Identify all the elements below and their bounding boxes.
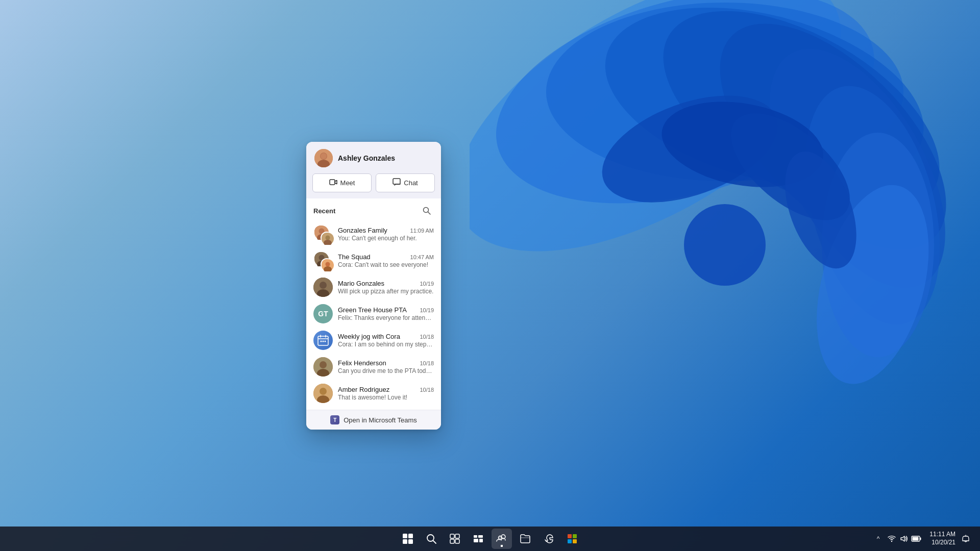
chat-item-amber-rodriguez[interactable]: Amber Rodriguez 10/18 That is awesome! L… <box>313 380 434 407</box>
file-explorer-button[interactable] <box>515 529 535 549</box>
recent-header: Recent <box>313 204 434 218</box>
recent-section: Recent <box>306 198 441 410</box>
svg-rect-69 <box>573 534 577 538</box>
chat-time: 10/18 <box>420 334 434 340</box>
svg-point-42 <box>321 341 322 342</box>
tray-icons <box>887 534 921 544</box>
taskbar-center <box>398 529 582 549</box>
svg-rect-71 <box>573 539 577 543</box>
open-teams-label: Open in Microsoft Teams <box>344 416 417 424</box>
chat-preview: Can you drive me to the PTA today? <box>338 367 434 374</box>
desktop: Ashley Gonzales Meet <box>0 0 980 551</box>
sound-icon[interactable] <box>899 534 909 544</box>
wifi-icon[interactable] <box>887 534 897 544</box>
teams-chat-button[interactable] <box>492 529 512 549</box>
chat-time: 10/19 <box>420 281 434 287</box>
search-button[interactable] <box>421 529 442 549</box>
svg-rect-54 <box>408 539 413 544</box>
svg-rect-64 <box>479 539 483 542</box>
chat-name: Gonzales Family <box>338 227 387 234</box>
chat-name: The Squad <box>338 253 371 261</box>
system-tray-overflow[interactable]: ^ <box>874 533 883 544</box>
task-view-button[interactable] <box>445 529 465 549</box>
svg-rect-60 <box>455 539 459 543</box>
chat-info-amber-rodriguez: Amber Rodriguez 10/18 That is awesome! L… <box>338 386 434 401</box>
avatar-mario-gonzales <box>313 278 333 297</box>
clock-time: 11:11 AM <box>929 531 955 539</box>
search-button[interactable] <box>420 204 434 218</box>
desktop-wallpaper <box>470 0 980 520</box>
chat-time: 10:47 AM <box>410 254 434 260</box>
svg-rect-61 <box>474 535 477 538</box>
battery-icon[interactable] <box>911 534 921 544</box>
notification-area[interactable] <box>960 534 972 544</box>
chat-preview: That is awesome! Love it! <box>338 394 434 401</box>
chat-info-weekly-jog: Weekly jog with Cora 10/18 Cora: I am so… <box>338 333 434 348</box>
store-button[interactable] <box>562 529 582 549</box>
chat-time: 10/18 <box>420 360 434 366</box>
avatar-the-squad <box>313 251 333 270</box>
taskbar: ^ <box>0 527 980 551</box>
open-teams-footer[interactable]: T Open in Microsoft Teams <box>306 410 441 430</box>
avatar-weekly-jog <box>313 331 333 350</box>
chat-info-gonzales-family: Gonzales Family 11:09 AM You: Can't get … <box>338 227 434 242</box>
chat-preview: Cora: Can't wait to see everyone! <box>338 261 434 268</box>
clock[interactable]: 11:11 AM 10/20/21 <box>929 531 955 546</box>
chat-preview: You: Can't get enough of her. <box>338 235 434 242</box>
user-name: Ashley Gonzales <box>338 154 395 162</box>
svg-rect-58 <box>455 534 459 538</box>
svg-rect-75 <box>913 537 919 541</box>
chat-preview: Will pick up pizza after my practice. <box>338 288 434 295</box>
chat-time: 10/18 <box>420 387 434 393</box>
chat-item-weekly-jog[interactable]: Weekly jog with Cora 10/18 Cora: I am so… <box>313 327 434 354</box>
avatar-green-tree-house-pta: GT <box>313 304 333 323</box>
svg-point-66 <box>499 536 502 540</box>
chat-info-mario-gonzales: Mario Gonzales 10/19 Will pick up pizza … <box>338 280 434 295</box>
chat-name: Weekly jog with Cora <box>338 333 400 340</box>
svg-point-27 <box>326 236 330 240</box>
svg-point-44 <box>325 341 326 342</box>
chat-button[interactable]: Chat <box>376 173 435 192</box>
recent-label: Recent <box>313 207 335 215</box>
chat-item-felix-henderson[interactable]: Felix Henderson 10/18 Can you drive me t… <box>313 354 434 380</box>
start-button[interactable] <box>398 529 418 549</box>
svg-rect-74 <box>920 538 921 540</box>
popup-header: Ashley Gonzales <box>306 142 441 173</box>
chat-item-gonzales-family[interactable]: Gonzales Family 11:09 AM You: Can't get … <box>313 221 434 247</box>
active-dot <box>501 545 503 547</box>
edge-button[interactable] <box>538 529 559 549</box>
svg-line-22 <box>428 212 431 215</box>
chat-time: 10/19 <box>420 307 434 313</box>
meet-button[interactable]: Meet <box>312 173 372 192</box>
svg-line-56 <box>433 541 436 544</box>
svg-rect-70 <box>568 539 572 543</box>
action-buttons: Meet Chat <box>306 173 441 198</box>
chat-item-the-squad[interactable]: The Squad 10:47 AM Cora: Can't wait to s… <box>313 247 434 274</box>
system-tray: ^ <box>874 531 980 546</box>
chat-item-mario-gonzales[interactable]: Mario Gonzales 10/19 Will pick up pizza … <box>313 274 434 300</box>
chat-item-green-tree-house-pta[interactable]: GT Green Tree House PTA 10/19 Felix: Tha… <box>313 300 434 327</box>
clock-date: 10/20/21 <box>929 539 955 547</box>
svg-rect-53 <box>403 539 407 544</box>
svg-point-36 <box>320 282 327 289</box>
avatar-felix-henderson <box>313 357 333 377</box>
chat-name: Amber Rodriguez <box>338 386 389 393</box>
teams-icon: T <box>330 415 339 424</box>
chat-icon <box>393 178 401 188</box>
overflow-arrow: ^ <box>877 535 880 542</box>
chat-popup: Ashley Gonzales Meet <box>306 142 441 430</box>
widgets-button[interactable] <box>468 529 488 549</box>
svg-point-33 <box>326 262 330 267</box>
svg-point-43 <box>323 341 324 342</box>
svg-rect-52 <box>408 534 413 538</box>
meet-icon <box>329 178 337 188</box>
chat-label: Chat <box>404 179 418 187</box>
svg-rect-59 <box>450 539 454 543</box>
svg-point-14 <box>684 204 766 286</box>
chat-preview: Cora: I am so behind on my step goals. <box>338 341 434 348</box>
svg-rect-62 <box>478 535 483 538</box>
svg-rect-20 <box>393 179 400 184</box>
avatar-gonzales-family <box>313 224 333 244</box>
svg-point-18 <box>321 153 327 159</box>
chat-time: 11:09 AM <box>410 228 434 234</box>
